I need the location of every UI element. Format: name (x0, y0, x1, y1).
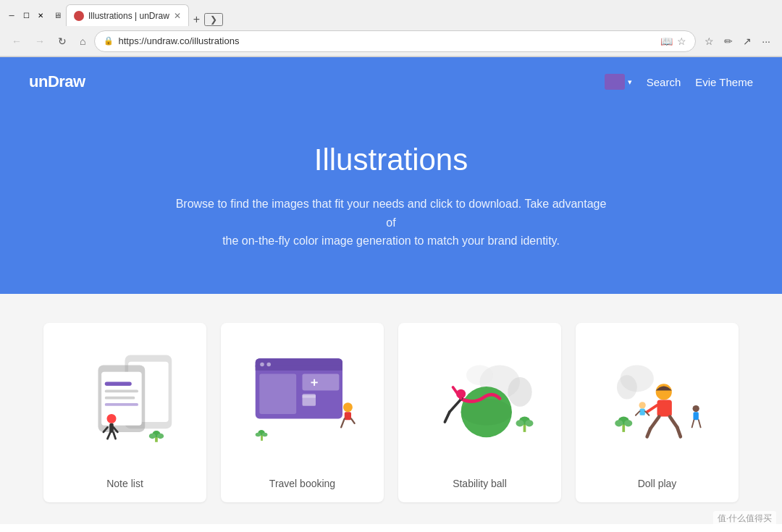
svg-point-70 (624, 420, 632, 426)
svg-point-59 (639, 402, 646, 408)
favorite-icon[interactable]: ☆ (677, 35, 686, 47)
svg-line-54 (650, 416, 659, 428)
svg-line-55 (647, 428, 651, 436)
bookmark-icon[interactable]: 📖 (660, 35, 673, 47)
svg-line-13 (114, 433, 116, 439)
svg-point-35 (256, 433, 261, 437)
svg-line-32 (351, 418, 355, 423)
svg-line-66 (699, 420, 701, 427)
illustration-card[interactable]: Doll play (576, 323, 739, 502)
svg-line-58 (647, 405, 657, 412)
svg-rect-23 (259, 373, 296, 414)
page-content: unDraw ▾ Search Evie Theme Illustrations… (0, 57, 782, 532)
maximize-button[interactable]: ☐ (20, 9, 32, 21)
address-text: https://undraw.co/illustrations (118, 35, 656, 46)
illustration-label: Travel booking (221, 468, 384, 502)
illustration-image (221, 323, 384, 468)
svg-line-31 (341, 418, 345, 427)
illustration-card[interactable]: Travel booking (221, 323, 384, 502)
svg-point-51 (617, 375, 637, 399)
svg-point-48 (516, 420, 524, 426)
svg-point-36 (262, 433, 267, 437)
svg-point-16 (149, 434, 156, 439)
close-button[interactable]: ✕ (35, 9, 46, 21)
illustration-label: Stability ball (398, 468, 561, 502)
tab-bar: Illustrations | unDraw ✕ + ❯ (66, 4, 776, 26)
title-bar: ─ ☐ ✕ 🖥 Illustrations | unDraw ✕ + ❯ (0, 0, 782, 26)
svg-rect-6 (105, 397, 135, 400)
refresh-button[interactable]: ↻ (54, 33, 71, 50)
doll-play-svg (590, 337, 724, 453)
more-button[interactable]: ··· (757, 33, 775, 50)
window-controls: ─ ☐ ✕ (6, 9, 46, 21)
svg-point-8 (107, 414, 117, 423)
evie-theme-link[interactable]: Evie Theme (695, 76, 753, 88)
search-link[interactable]: Search (647, 76, 681, 88)
svg-rect-7 (105, 403, 138, 406)
svg-point-22 (266, 362, 271, 366)
chevron-down-icon: ▾ (628, 77, 632, 87)
site-logo[interactable]: unDraw (29, 72, 85, 91)
color-picker-button[interactable]: ▾ (605, 74, 632, 90)
illustration-image (43, 323, 206, 468)
svg-point-38 (508, 377, 531, 407)
new-tab-button[interactable]: + (189, 13, 204, 26)
svg-rect-60 (639, 408, 644, 415)
svg-line-56 (670, 416, 677, 427)
illustration-card[interactable]: Stability ball (398, 323, 561, 502)
svg-line-43 (450, 398, 462, 412)
browser-chrome: ─ ☐ ✕ 🖥 Illustrations | unDraw ✕ + ❯ ← →… (0, 0, 782, 57)
browser-icon: 🖥 (54, 11, 62, 20)
favorites-button[interactable]: ☆ (700, 33, 718, 50)
svg-point-49 (525, 420, 533, 426)
svg-rect-30 (345, 412, 351, 420)
pen-button[interactable]: ✏ (720, 33, 737, 50)
hero-section: Illustrations Browse to find the images … (0, 106, 782, 294)
svg-point-21 (260, 362, 264, 366)
active-tab[interactable]: Illustrations | unDraw ✕ (66, 4, 189, 26)
forward-button[interactable]: → (30, 33, 49, 50)
svg-point-29 (343, 402, 353, 412)
illustration-image (398, 323, 561, 468)
home-button[interactable]: ⌂ (75, 33, 90, 50)
svg-line-61 (636, 411, 640, 415)
hero-description: Browse to find the images that fit your … (174, 195, 608, 250)
tab-close-button[interactable]: ✕ (174, 11, 181, 21)
back-button[interactable]: ← (7, 33, 26, 50)
svg-rect-53 (657, 400, 672, 416)
svg-line-44 (445, 412, 449, 422)
svg-point-69 (615, 420, 623, 426)
minimize-button[interactable]: ─ (6, 9, 17, 21)
hero-title: Illustrations (14, 143, 768, 177)
illustration-card[interactable]: Note list (43, 323, 206, 502)
illustrations-grid: Note list (43, 323, 739, 502)
note-list-svg (58, 337, 192, 453)
tab-favicon (74, 11, 84, 21)
illustration-image (576, 323, 739, 468)
tab-dropdown-button[interactable]: ❯ (204, 13, 223, 26)
stability-ball-svg (413, 337, 547, 453)
svg-rect-4 (105, 381, 132, 386)
address-bar[interactable]: 🔒 https://undraw.co/illustrations 📖 ☆ (94, 30, 696, 52)
illustration-label: Note list (43, 468, 206, 502)
svg-point-63 (693, 405, 699, 412)
site-header: unDraw ▾ Search Evie Theme (0, 57, 782, 106)
tab-title: Illustrations | unDraw (88, 11, 169, 21)
svg-rect-24 (303, 373, 340, 390)
svg-point-39 (466, 365, 493, 385)
share-button[interactable]: ↗ (739, 33, 756, 50)
svg-line-65 (692, 420, 694, 427)
illustrations-section: Note list (0, 294, 782, 524)
nav-actions: ☆ ✏ ↗ ··· (700, 33, 775, 50)
header-nav: ▾ Search Evie Theme (605, 74, 753, 90)
svg-rect-28 (303, 395, 316, 398)
navigation-bar: ← → ↻ ⌂ 🔒 https://undraw.co/illustration… (0, 26, 782, 56)
color-swatch (605, 74, 625, 90)
svg-rect-5 (105, 389, 138, 392)
illustration-label: Doll play (576, 468, 739, 502)
svg-line-57 (677, 427, 681, 436)
watermark: 值·什么值得买 (713, 511, 776, 526)
svg-point-17 (157, 434, 164, 439)
lock-icon: 🔒 (104, 36, 114, 46)
svg-line-12 (107, 433, 110, 439)
